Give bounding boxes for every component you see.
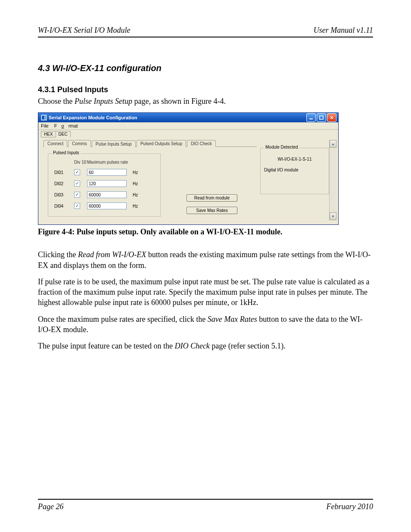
svg-rect-2: [309, 118, 313, 119]
module-detected-title: Module Detected: [264, 145, 299, 149]
save-max-rates-button[interactable]: Save Max Rates: [187, 207, 237, 214]
paragraph-5: The pulse input feature can be tested on…: [38, 341, 373, 351]
col-max-rate: Maximum pulses rate: [87, 160, 130, 165]
hex-toggle[interactable]: HEX: [41, 131, 56, 137]
input-di03[interactable]: [87, 191, 127, 198]
section-heading: 4.3 WI-I/O-EX-11 configuration: [38, 63, 373, 73]
svg-rect-1: [42, 116, 44, 119]
read-from-module-button[interactable]: Read from module: [187, 194, 237, 202]
module-detected-group: Module Detected WI-I/O-EX-1-S-11 Digital…: [260, 148, 329, 194]
tab-connect[interactable]: Connect: [44, 140, 67, 147]
input-di01[interactable]: [87, 169, 127, 176]
paragraph-2: Clicking the Read from WI-I/O-EX button …: [38, 249, 373, 271]
menu-bar: File Format: [38, 122, 338, 130]
intro-paragraph: Choose the Pulse Inputs Setup page, as s…: [38, 96, 373, 106]
pulsed-inputs-group: Pulsed Inputs Div 10 Maximum pulses rate…: [48, 153, 161, 217]
header-left: WI-I/O-EX Serial I/O Module: [38, 26, 130, 35]
hex-dec-toolbar: HEX DEC: [38, 130, 338, 137]
tab-pulse-outputs[interactable]: Pulsed Outputs Setup: [137, 140, 186, 147]
dec-toggle[interactable]: DEC: [56, 131, 71, 137]
figure-caption: Figure 4-4: Pulse inputs setup. Only ava…: [38, 227, 373, 236]
page-footer: Page 26 February 2010: [38, 499, 373, 511]
svg-rect-3: [320, 116, 323, 119]
footer-right: February 2010: [327, 502, 373, 511]
header-right: User Manual v1.11: [314, 26, 373, 35]
tab-comms[interactable]: Comms: [68, 140, 90, 147]
app-icon: [41, 115, 47, 121]
row-label-di03: DI03: [54, 193, 72, 197]
input-di04[interactable]: [87, 202, 127, 209]
unit-di04: Hz: [133, 204, 143, 208]
subsection-heading: 4.3.1 Pulsed Inputs: [38, 85, 373, 94]
row-label-di04: DI04: [54, 204, 72, 208]
maximize-button[interactable]: [317, 113, 326, 122]
menu-file[interactable]: File: [41, 123, 49, 128]
checkbox-di01[interactable]: ✓: [74, 169, 80, 175]
module-type: Digital I/O module: [264, 168, 325, 172]
scroll-up-button[interactable]: ▲: [330, 140, 336, 148]
unit-di01: Hz: [133, 170, 143, 175]
checkbox-di04[interactable]: ✓: [74, 203, 80, 209]
window-title: Serial Expansion Module Configuration: [49, 115, 137, 120]
app-window: Serial Expansion Module Configuration Fi…: [38, 112, 339, 225]
titlebar[interactable]: Serial Expansion Module Configuration: [38, 113, 338, 122]
col-div10: Div 10: [74, 160, 84, 165]
group-title: Pulsed Inputs: [52, 150, 81, 155]
page-header: WI-I/O-EX Serial I/O Module User Manual …: [38, 26, 373, 37]
paragraph-3: If pulse rate is to be used, the maximum…: [38, 277, 373, 308]
vertical-scrollbar[interactable]: ▲ ▼: [329, 140, 336, 220]
footer-left: Page 26: [38, 502, 63, 511]
checkbox-di02[interactable]: ✓: [74, 180, 80, 187]
close-button[interactable]: [327, 113, 336, 122]
tab-strip: Connect Comms Pulse Inputs Setup Pulsed …: [44, 140, 257, 147]
menu-format[interactable]: Format: [54, 123, 82, 128]
paragraph-4: Once the maximum pulse rates are specifi…: [38, 314, 373, 335]
tab-pulse-inputs[interactable]: Pulse Inputs Setup: [92, 140, 136, 147]
module-id: WI-I/O-EX-1-S-11: [264, 157, 325, 162]
minimize-button[interactable]: [306, 113, 316, 122]
row-label-di02: DI02: [54, 181, 72, 186]
unit-di03: Hz: [133, 193, 143, 197]
scroll-down-button[interactable]: ▼: [330, 212, 336, 220]
tab-dio-check[interactable]: DIO Check: [187, 140, 216, 147]
unit-di02: Hz: [133, 181, 143, 186]
input-di02[interactable]: [87, 180, 127, 187]
checkbox-di03[interactable]: ✓: [74, 192, 80, 198]
row-label-di01: DI01: [54, 170, 72, 175]
